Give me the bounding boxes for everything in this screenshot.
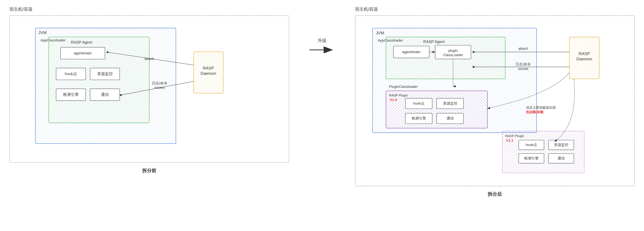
- right-diagram-svg: JVM AppClassloader RASP Agent agentmain …: [362, 22, 628, 179]
- right-rasp-daemon-line1: RASP: [578, 51, 590, 56]
- right-rasp-plugin-v11-label: RASP Plugin: [505, 134, 524, 138]
- right-rasp-plugin-v10-version: V1.0: [390, 98, 397, 102]
- left-rasp-daemon-line1: RASP: [203, 66, 214, 70]
- left-socket-label: socket: [154, 86, 165, 90]
- left-section: 宿主机/容器: [10, 6, 289, 174]
- left-rasp-daemon-line2: Daemon: [200, 71, 216, 76]
- upgrade-arrow-svg: [308, 45, 336, 55]
- right-detection-engine-v10: 检测引擎: [412, 116, 426, 120]
- right-agentmain: agentmain: [402, 50, 420, 54]
- right-hook-point-v10: hook点: [413, 101, 424, 105]
- left-log-cmd-label: 日志/命令: [152, 81, 167, 85]
- left-attach-label: attach: [144, 57, 154, 61]
- right-rasp-agent-label: RASP Agent: [423, 40, 445, 44]
- left-resource-monitor: 资源监控: [97, 72, 113, 76]
- right-resource-monitor-v11: 资源监控: [554, 143, 568, 147]
- right-hot-reload-prefix: 自定义类加载器实现: [526, 106, 556, 109]
- right-host-label: 宿主机/容器: [355, 6, 378, 12]
- left-hook-point: hook点: [65, 72, 77, 76]
- right-plugin-classloader-inner: plugin: [448, 49, 458, 53]
- left-diagram-svg: JVM AppClassloader RASP Agent agentmain …: [16, 22, 282, 155]
- left-communication: 通信: [101, 92, 109, 97]
- right-outer-box: JVM AppClassloader RASP Agent agentmain …: [355, 15, 635, 186]
- main-container: 宿主机/容器: [0, 0, 644, 231]
- upgrade-label: 升级: [318, 38, 326, 44]
- right-bottom-label: 拆分后: [488, 191, 502, 197]
- right-hook-point-v11: hook点: [526, 143, 537, 147]
- right-rasp-plugin-v11-version: V1.1: [506, 138, 513, 142]
- right-rasp-plugin-v10-label: RASP Plugin: [389, 93, 408, 97]
- left-rasp-agent-label: RASP Agent: [71, 40, 92, 44]
- left-detection-engine: 检测引擎: [63, 92, 79, 97]
- right-rasp-daemon-line2: Daemon: [576, 57, 592, 61]
- right-plugin-classloader-inner2: ClassLoader: [443, 53, 463, 57]
- right-jvm-label: JVM: [376, 31, 384, 35]
- right-communication-v11: 通信: [558, 156, 565, 160]
- right-section: 宿主机/容器: [355, 6, 635, 197]
- right-socket-label: socket: [518, 67, 528, 71]
- left-outer-box: JVM AppClassloader RASP Agent agentmain …: [10, 15, 289, 163]
- left-bottom-label: 拆分前: [142, 167, 156, 174]
- right-detection-engine-v11: 检测引擎: [524, 156, 538, 160]
- upgrade-arrow-container: 升级: [308, 6, 336, 55]
- right-hot-reload-label: 热加载/卸载: [526, 110, 544, 114]
- right-attach-label: attach: [518, 46, 528, 51]
- left-agentmain: agentmain: [74, 51, 92, 55]
- right-resource-monitor-v10: 资源监控: [443, 101, 457, 105]
- right-plugin-classloader-label: PluginClassloader: [389, 85, 418, 89]
- left-host-label: 宿主机/容器: [10, 6, 32, 12]
- left-jvm-label: JVM: [38, 30, 47, 35]
- right-log-cmd-label: 日志/命令: [516, 62, 531, 66]
- right-communication-v10: 通信: [446, 116, 454, 120]
